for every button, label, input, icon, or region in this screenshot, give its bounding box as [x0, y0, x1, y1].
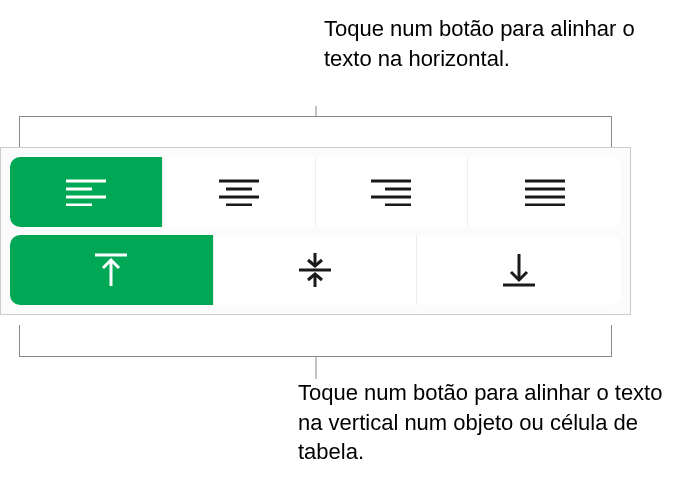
bracket-bottom	[19, 325, 612, 357]
align-top-icon	[93, 252, 129, 288]
align-justify-icon	[523, 178, 567, 206]
horizontal-alignment-row	[10, 157, 621, 227]
align-center-button[interactable]	[163, 157, 316, 227]
callout-horizontal-align: Toque num botão para alinhar o texto na …	[324, 14, 678, 73]
align-justify-button[interactable]	[468, 157, 621, 227]
callout-vertical-align: Toque num botão para alinhar o texto na …	[298, 378, 678, 467]
align-left-button[interactable]	[10, 157, 163, 227]
vertical-alignment-row	[10, 235, 621, 305]
align-bottom-button[interactable]	[417, 235, 621, 305]
align-bottom-icon	[501, 252, 537, 288]
align-left-icon	[64, 178, 108, 206]
alignment-panel	[0, 147, 631, 315]
align-right-button[interactable]	[316, 157, 469, 227]
align-middle-icon	[297, 252, 333, 288]
align-middle-button[interactable]	[214, 235, 418, 305]
align-center-icon	[217, 178, 261, 206]
bracket-top	[19, 116, 612, 148]
align-top-button[interactable]	[10, 235, 214, 305]
align-right-icon	[369, 178, 413, 206]
